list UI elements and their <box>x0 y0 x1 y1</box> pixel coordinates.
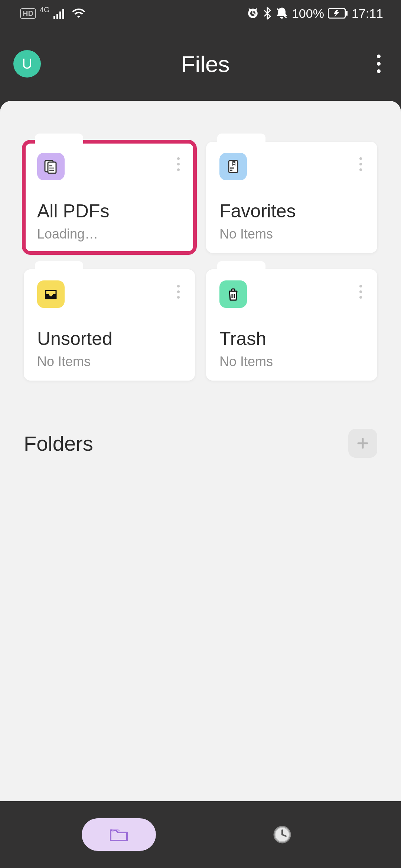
add-folder-button[interactable] <box>348 429 377 458</box>
nav-recent[interactable] <box>245 818 319 851</box>
avatar-initial: U <box>22 56 32 72</box>
status-bar: HD 4G 100% 17:11 <box>0 0 401 27</box>
bluetooth-icon <box>263 7 272 20</box>
wifi-icon <box>71 7 86 19</box>
svg-rect-2 <box>59 11 61 19</box>
svg-rect-5 <box>346 11 348 16</box>
nav-files[interactable] <box>82 818 156 851</box>
svg-rect-1 <box>56 14 58 19</box>
card-favorites[interactable]: Favorites No Items <box>206 142 377 253</box>
page-title: Files <box>181 51 230 77</box>
card-title: All PDFs <box>37 200 183 222</box>
card-menu-button[interactable] <box>355 283 366 300</box>
overflow-menu-button[interactable] <box>370 49 388 79</box>
clock-icon <box>273 825 292 844</box>
app-bar: U Files <box>0 27 401 101</box>
favorite-icon <box>219 153 247 180</box>
folders-section-title: Folders <box>24 431 93 456</box>
card-all-pdfs[interactable]: All PDFs Loading… <box>24 142 195 253</box>
trash-icon <box>219 280 247 308</box>
card-title: Favorites <box>219 200 365 222</box>
network-icon: 4G <box>40 6 50 14</box>
avatar[interactable]: U <box>13 50 41 78</box>
folder-icon <box>108 826 129 844</box>
category-grid: All PDFs Loading… Favorites No Items <box>24 142 377 381</box>
card-trash[interactable]: Trash No Items <box>206 269 377 381</box>
main-content: All PDFs Loading… Favorites No Items <box>0 101 401 801</box>
status-left: HD 4G <box>20 7 86 19</box>
card-menu-button[interactable] <box>173 283 184 300</box>
card-menu-button[interactable] <box>173 155 184 173</box>
bottom-nav <box>0 801 401 868</box>
card-title: Trash <box>219 328 365 349</box>
alarm-icon <box>247 7 259 20</box>
card-menu-button[interactable] <box>355 155 366 173</box>
folders-section-header: Folders <box>24 429 377 458</box>
signal-icon <box>53 8 68 19</box>
svg-rect-3 <box>62 9 64 19</box>
clock-text: 17:11 <box>352 6 383 21</box>
status-right: 100% 17:11 <box>247 6 383 21</box>
card-subtitle: Loading… <box>37 226 183 242</box>
card-unsorted[interactable]: Unsorted No Items <box>24 269 195 381</box>
card-subtitle: No Items <box>219 226 365 242</box>
card-subtitle: No Items <box>37 354 183 369</box>
inbox-icon <box>37 280 65 308</box>
card-subtitle: No Items <box>219 354 365 369</box>
plus-icon <box>355 436 370 451</box>
hd-icon: HD <box>20 8 36 19</box>
card-title: Unsorted <box>37 328 183 349</box>
battery-icon <box>328 8 348 19</box>
battery-percent: 100% <box>292 6 324 21</box>
svg-rect-0 <box>53 16 55 19</box>
documents-icon <box>37 153 65 180</box>
bell-muted-icon <box>276 7 288 20</box>
svg-rect-15 <box>232 289 235 291</box>
